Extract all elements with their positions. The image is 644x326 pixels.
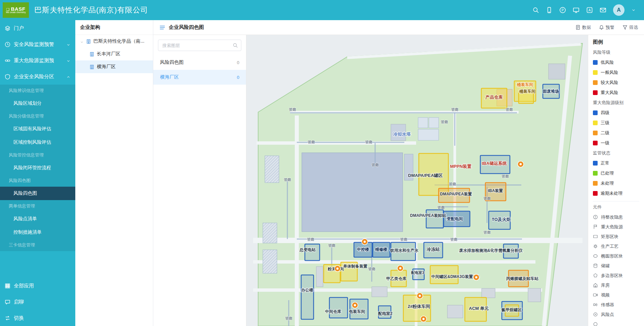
map-label: 产品仓库 xyxy=(485,95,503,100)
sidebar-item[interactable]: 门户 xyxy=(0,20,75,36)
legend-section-title: 风险等级 xyxy=(593,47,644,57)
alert-button[interactable]: 预警 xyxy=(599,25,614,31)
main-panel: 企业风险四色图 数据预警筛选 风险四色图0横海厂区0 管廊管廊管廊管廊管廊管廊管… xyxy=(153,20,644,326)
app-root: BASF We create chemistry 巴斯夫特性化学品(南京)有限公… xyxy=(0,0,644,326)
hazard-marker[interactable] xyxy=(352,302,358,308)
filter-icon xyxy=(622,25,628,30)
hazard-marker[interactable] xyxy=(417,293,423,299)
org-tree-title: 企业架构 xyxy=(75,20,153,35)
swap-icon xyxy=(5,315,10,321)
legend-item: 未处理 xyxy=(593,178,644,188)
risk-map-canvas[interactable]: 管廊管廊管廊管廊管廊管廊管廊管廊管廊管廊管廊管廊管廊管廊管廊管廊管廊管廊管廊产品… xyxy=(246,35,588,326)
sidebar-item[interactable]: 安全风险监测预警 xyxy=(0,36,75,52)
sidebar-item[interactable]: 区域控制风险评估 xyxy=(0,136,75,149)
layer-label: 风险四色图 xyxy=(160,59,184,65)
tree-node[interactable]: 长丰河厂区 xyxy=(75,48,153,60)
filter-button[interactable]: 筛选 xyxy=(622,25,638,31)
sidebar-item[interactable]: 风险点清单 xyxy=(0,212,75,226)
hazard-marker[interactable] xyxy=(420,316,427,322)
legend-divider xyxy=(593,201,639,201)
profile-p-icon[interactable]: P xyxy=(559,7,566,13)
basf-logo-text: BASF xyxy=(6,6,26,12)
sidebar-group-title: 三卡信息管理 xyxy=(0,239,75,251)
building xyxy=(447,305,463,318)
hazard-marker[interactable] xyxy=(334,266,340,272)
map-zone[interactable] xyxy=(301,275,314,319)
layer-search xyxy=(158,40,241,51)
corridor-label: 管廊 xyxy=(501,174,509,178)
avatar-caret-icon[interactable] xyxy=(631,8,636,12)
map-zone[interactable] xyxy=(426,210,443,228)
sidebar-item[interactable]: 区域固有风险评估 xyxy=(0,122,75,136)
sidebar-item[interactable]: 启聊 xyxy=(0,294,75,310)
map-label: 配电室2 xyxy=(378,311,393,316)
corridor-label: 管廊 xyxy=(483,230,491,234)
chat-icon xyxy=(5,299,10,305)
hazard-marker[interactable] xyxy=(397,265,403,271)
sidebar-item-label: 切换 xyxy=(14,315,24,321)
corridor-label: 管廊 xyxy=(365,140,372,144)
layer-row[interactable]: 风险四色图0 xyxy=(153,55,246,70)
sidebar-item[interactable]: 全部应用 xyxy=(0,278,75,294)
circle-icon xyxy=(593,322,598,326)
mail-icon[interactable] xyxy=(600,7,606,13)
legend-element-item xyxy=(593,319,644,326)
hazard-marker[interactable] xyxy=(362,239,368,245)
sidebar-item[interactable]: 风险区域划分 xyxy=(0,97,75,110)
legend-item: 正常 xyxy=(593,158,644,168)
map-zone[interactable] xyxy=(519,92,533,103)
translate-icon[interactable]: A xyxy=(586,7,593,13)
tank-icon xyxy=(593,263,598,268)
hazard-marker[interactable] xyxy=(473,274,479,280)
process-icon xyxy=(593,244,598,249)
tree-node-label: 巴斯夫特性化学品（南... xyxy=(93,38,145,44)
sidebar-item-label: 全部应用 xyxy=(14,283,34,289)
search-icon[interactable] xyxy=(532,7,539,13)
page-title: 企业风险四色图 xyxy=(169,24,204,31)
menu-icon[interactable] xyxy=(159,25,165,31)
legend-title: 图例 xyxy=(593,39,644,45)
building xyxy=(316,267,323,287)
layer-search-input[interactable] xyxy=(158,40,241,51)
corridor-label: 管廊 xyxy=(371,163,379,167)
hazard-marker[interactable] xyxy=(518,161,524,167)
sidebar-item[interactable]: 企业安全风险分区 xyxy=(0,68,75,85)
map-zone[interactable] xyxy=(305,244,320,261)
map-label: tBA装置 xyxy=(488,188,503,193)
legend-element-item: 风险点 xyxy=(593,310,644,319)
corridor-label: 管廊 xyxy=(441,120,448,124)
layer-count: 0 xyxy=(237,60,239,65)
chain-icon xyxy=(5,58,10,63)
chevron-down-icon xyxy=(66,58,71,63)
sidebar-item-active[interactable]: 风险四色图 xyxy=(0,187,75,200)
user-avatar[interactable]: A xyxy=(613,4,625,16)
legend-section-title: 重大危险源级别 xyxy=(593,98,644,108)
data-button[interactable]: 数据 xyxy=(575,25,591,31)
target-icon xyxy=(593,312,598,317)
map-label: 总变电站 xyxy=(299,247,316,252)
tree-node[interactable]: 巴斯夫特性化学品（南... xyxy=(75,35,153,48)
map-zone[interactable] xyxy=(329,297,348,318)
map-label: TO及火炬 xyxy=(492,217,511,222)
corridor-label: 管廊 xyxy=(328,243,335,247)
sidebar-item[interactable]: 重大危险源监测预 xyxy=(0,52,75,68)
sidebar-group-title: 风险管控信息管理 xyxy=(0,149,75,161)
monitor-icon[interactable] xyxy=(573,7,579,13)
sidebar-item-label: 门户 xyxy=(14,25,24,32)
app-title: 巴斯夫特性化学品(南京)有限公司 xyxy=(34,5,148,15)
sidebar-item[interactable]: 风险闭环管控流程 xyxy=(0,161,75,175)
sidebar-item[interactable]: 切换 xyxy=(0,310,75,326)
layer-label: 横海厂区 xyxy=(160,74,179,80)
color-swatch xyxy=(593,171,598,176)
basf-logo: BASF We create chemistry xyxy=(3,2,29,18)
tree-node-active[interactable]: 横海厂区 xyxy=(75,60,153,73)
legend-section-title: 监管状态 xyxy=(593,148,644,158)
tree-caret-icon[interactable] xyxy=(80,40,84,43)
layer-row[interactable]: 横海厂区0 xyxy=(153,70,246,85)
layer-count: 0 xyxy=(237,75,239,80)
hatched-lot xyxy=(263,250,277,273)
mobile-icon[interactable] xyxy=(546,7,553,13)
sidebar-item[interactable]: 控制措施清单 xyxy=(0,226,75,239)
legend-element-item: 椭圆形区块 xyxy=(593,251,644,261)
sidebar-spacer xyxy=(0,251,75,278)
